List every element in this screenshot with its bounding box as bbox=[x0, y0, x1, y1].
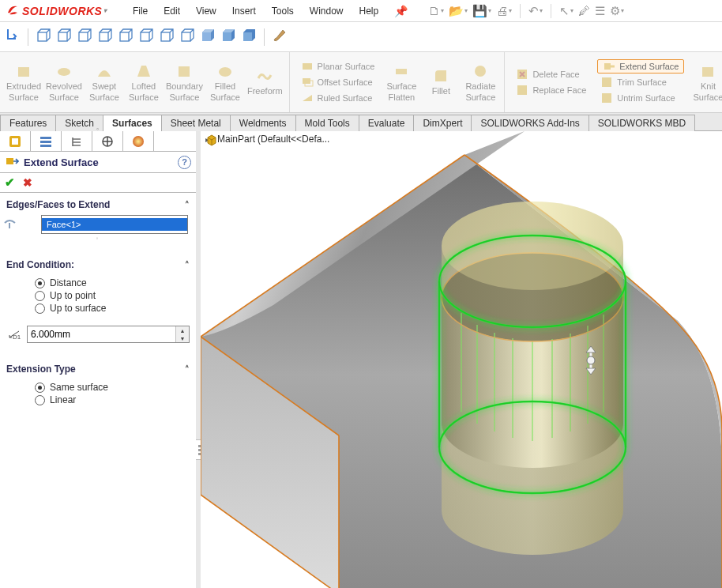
radio-distance[interactable]: Distance bbox=[6, 277, 190, 289]
collapse-endcond-icon[interactable]: ˄ bbox=[185, 260, 190, 270]
options-list-icon[interactable]: ☰ bbox=[595, 4, 605, 18]
svg-point-12 bbox=[58, 68, 70, 76]
select-button[interactable]: ↖▾ bbox=[559, 4, 573, 18]
help-icon[interactable]: ? bbox=[178, 156, 191, 169]
app-logo: SOLIDWORKS ▾ bbox=[0, 0, 114, 21]
tab-mbd[interactable]: SOLIDWORKS MBD bbox=[589, 115, 695, 131]
distance-decrease-button[interactable]: ▼ bbox=[176, 334, 189, 342]
menu-insert[interactable]: Insert bbox=[226, 2, 262, 20]
freeform-button[interactable]: Freeform bbox=[246, 55, 284, 109]
trim-surface-button[interactable]: Trim Surface bbox=[597, 75, 684, 89]
config-manager-tab[interactable] bbox=[62, 131, 92, 151]
tab-features[interactable]: Features bbox=[0, 115, 56, 131]
tab-dimxpert[interactable]: DimXpert bbox=[413, 115, 472, 131]
distance-input[interactable]: ▲ ▼ bbox=[27, 326, 190, 343]
menu-help[interactable]: Help bbox=[353, 2, 385, 20]
lofted-surface-button[interactable]: LoftedSurface bbox=[125, 55, 163, 109]
feature-manager-tab[interactable] bbox=[0, 131, 31, 151]
knit-surface-button[interactable]: KnitSurface bbox=[689, 55, 722, 109]
tab-sheet-metal[interactable]: Sheet Metal bbox=[161, 115, 231, 131]
menu-edit[interactable]: Edit bbox=[157, 2, 186, 20]
pin-menu-icon[interactable]: 📌 bbox=[388, 2, 414, 21]
collapse-exttype-icon[interactable]: ˄ bbox=[185, 364, 190, 375]
rebuild-button[interactable]: 🖉 bbox=[578, 4, 590, 17]
view-shaded-icon[interactable] bbox=[220, 28, 236, 46]
cancel-button[interactable]: ✖ bbox=[23, 176, 32, 189]
panel-gripper-icon[interactable]: ◦ bbox=[96, 125, 99, 133]
list-resize-gripper[interactable]: ◦ bbox=[0, 234, 196, 242]
svg-rect-0 bbox=[38, 32, 47, 41]
menu-tools[interactable]: Tools bbox=[265, 2, 300, 20]
view-iso-icon[interactable] bbox=[159, 28, 175, 46]
radio-linear-label: Linear bbox=[50, 394, 76, 405]
delete-face-button[interactable]: Delete Face bbox=[513, 67, 589, 81]
print-button[interactable]: 🖨▾ bbox=[496, 4, 512, 17]
svg-rect-33 bbox=[6, 158, 13, 164]
ok-button[interactable]: ✔ bbox=[5, 175, 15, 190]
view-left-icon[interactable] bbox=[77, 28, 92, 46]
revolved-surface-button[interactable]: RevolvedSurface bbox=[44, 55, 84, 109]
extruded-surface-button[interactable]: ExtrudedSurface bbox=[5, 55, 43, 109]
end-condition-section-title: End Condition: bbox=[6, 259, 74, 270]
svg-rect-9 bbox=[223, 32, 231, 41]
view-back-icon[interactable] bbox=[56, 28, 72, 46]
offset-surface-button[interactable]: Offset Surface bbox=[298, 75, 378, 89]
view-normal-to-icon[interactable] bbox=[241, 28, 257, 46]
radio-samesurface-label: Same surface bbox=[50, 382, 108, 393]
dimxpert-manager-tab[interactable] bbox=[92, 131, 123, 151]
save-button[interactable]: 💾▾ bbox=[472, 4, 491, 18]
view-right-icon[interactable] bbox=[97, 28, 113, 46]
display-manager-tab[interactable] bbox=[123, 131, 154, 151]
view-dimetric-icon[interactable] bbox=[179, 28, 195, 46]
property-manager-panel: ◦ Extend Surface ? ✔ ✖ Edges/Faces to Ex… bbox=[0, 131, 201, 588]
radio-up-to-point[interactable]: Up to point bbox=[6, 289, 190, 302]
extend-surface-button[interactable]: Extend Surface bbox=[597, 59, 684, 74]
svg-rect-10 bbox=[243, 32, 252, 41]
view-top-icon[interactable] bbox=[118, 28, 133, 46]
menu-window[interactable]: Window bbox=[303, 2, 350, 20]
ruled-surface-button[interactable]: Ruled Surface bbox=[298, 91, 378, 105]
radio-same-surface[interactable]: Same surface bbox=[6, 381, 190, 394]
view-bottom-icon[interactable] bbox=[138, 28, 154, 46]
radiate-surface-button[interactable]: RadiateSurface bbox=[461, 55, 499, 109]
ds-logo-icon bbox=[6, 3, 19, 18]
settings-button[interactable]: ⚙▾ bbox=[610, 4, 624, 18]
tab-surfaces[interactable]: Surfaces bbox=[103, 115, 162, 131]
surface-flatten-button[interactable]: SurfaceFlatten bbox=[382, 55, 420, 109]
undo-button[interactable]: ↶▾ bbox=[528, 4, 543, 18]
appearance-brush-icon[interactable] bbox=[272, 28, 288, 46]
planar-surface-button[interactable]: Planar Surface bbox=[298, 59, 378, 74]
selection-item[interactable]: Face<1> bbox=[42, 218, 187, 231]
untrim-surface-button[interactable]: Untrim Surface bbox=[597, 91, 684, 105]
menu-file[interactable]: File bbox=[126, 2, 154, 20]
tab-evaluate[interactable]: Evaluate bbox=[359, 115, 415, 131]
distance-field[interactable] bbox=[28, 326, 175, 342]
boundary-surface-button[interactable]: BoundarySurface bbox=[164, 55, 205, 109]
open-button[interactable]: 📂▾ bbox=[449, 4, 468, 18]
filled-surface-button[interactable]: FilledSurface bbox=[206, 55, 244, 109]
replace-face-button[interactable]: Replace Face bbox=[513, 83, 589, 97]
radio-up-to-surface[interactable]: Up to surface bbox=[6, 302, 190, 315]
svg-rect-1 bbox=[58, 32, 67, 41]
tab-weldments[interactable]: Weldments bbox=[230, 115, 296, 131]
orientation-dropdown-icon[interactable] bbox=[5, 28, 21, 46]
view-shaded-edges-icon[interactable] bbox=[200, 28, 216, 46]
svg-point-14 bbox=[219, 67, 231, 77]
view-front-icon[interactable] bbox=[36, 28, 51, 46]
collapse-edges-icon[interactable]: ˄ bbox=[185, 200, 190, 210]
svg-rect-6 bbox=[161, 32, 170, 41]
fillet-button[interactable]: Fillet bbox=[422, 55, 460, 109]
selection-list[interactable]: Face<1> bbox=[41, 215, 188, 234]
radio-linear[interactable]: Linear bbox=[6, 394, 190, 406]
tab-mold-tools[interactable]: Mold Tools bbox=[295, 115, 359, 131]
graphics-viewport[interactable]: ▸ MainPart (Default<<Defa... bbox=[201, 131, 722, 588]
tab-addins[interactable]: SOLIDWORKS Add-Ins bbox=[471, 115, 589, 131]
property-manager-tab[interactable] bbox=[31, 131, 62, 151]
distance-increase-button[interactable]: ▲ bbox=[176, 326, 189, 334]
menu-view[interactable]: View bbox=[190, 2, 223, 20]
new-button[interactable]: 🗋▾ bbox=[428, 4, 444, 17]
swept-surface-button[interactable]: SweptSurface bbox=[85, 55, 123, 109]
menu-dropdown-icon[interactable]: ▾ bbox=[103, 7, 107, 14]
svg-rect-30 bbox=[40, 145, 51, 147]
selection-filter-icon[interactable] bbox=[0, 213, 19, 232]
